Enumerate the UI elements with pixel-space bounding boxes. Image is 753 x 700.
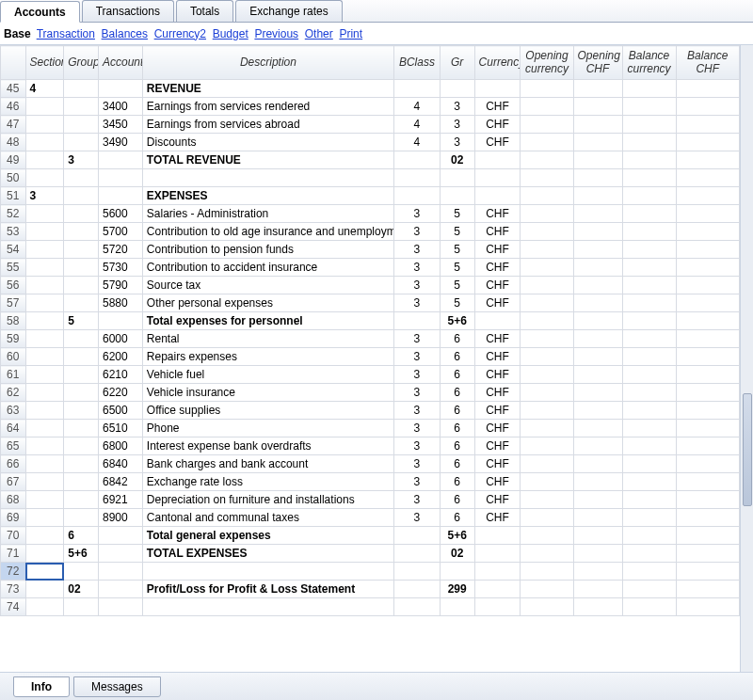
cell-opchf[interactable] (573, 509, 622, 527)
table-row[interactable]: 513EXPENSES (1, 187, 740, 205)
cell-opcur[interactable] (521, 563, 573, 581)
cell-section[interactable] (25, 598, 64, 616)
table-row[interactable]: 473450Earnings from services abroad43CHF (1, 116, 740, 134)
cell-curr[interactable]: CHF (474, 223, 521, 241)
cell-opcur[interactable] (521, 384, 573, 402)
cell-section[interactable] (25, 294, 64, 312)
cell-account[interactable] (98, 598, 142, 616)
cell-curr[interactable]: CHF (474, 241, 521, 259)
cell-group[interactable] (64, 294, 99, 312)
cell-bclass[interactable]: 3 (393, 366, 440, 384)
cell-balcur[interactable] (622, 330, 676, 348)
cell-bclass[interactable] (393, 80, 440, 98)
cell-gr[interactable]: 5 (440, 294, 474, 312)
table-row[interactable]: 454REVENUE (1, 80, 740, 98)
cell-bclass[interactable]: 3 (393, 259, 440, 277)
cell-bclass[interactable] (393, 581, 440, 598)
row-number[interactable]: 53 (1, 223, 26, 241)
cell-balchf[interactable] (676, 205, 739, 223)
cell-opcur[interactable] (521, 455, 573, 473)
cell-gr[interactable]: 5 (440, 241, 474, 259)
cell-opchf[interactable] (573, 438, 622, 455)
cell-section[interactable] (25, 330, 64, 348)
row-number[interactable]: 73 (1, 581, 26, 598)
cell-bclass[interactable] (393, 545, 440, 563)
cell-section[interactable] (25, 527, 64, 545)
row-number[interactable]: 64 (1, 420, 26, 438)
cell-section[interactable] (25, 312, 64, 330)
cell-balchf[interactable] (676, 473, 739, 491)
cell-gr[interactable]: 6 (440, 420, 474, 438)
cell-group[interactable] (64, 241, 99, 259)
link-budget[interactable]: Budget (213, 27, 248, 40)
cell-group[interactable] (64, 348, 99, 366)
cell-curr[interactable] (474, 563, 521, 581)
cell-account[interactable] (98, 545, 142, 563)
cell-group[interactable]: 3 (64, 151, 99, 169)
cell-desc[interactable]: Contribution to old age insurance and un… (142, 223, 393, 241)
cell-balchf[interactable] (676, 98, 739, 116)
cell-account[interactable] (98, 151, 142, 169)
table-row[interactable]: 74 (1, 598, 740, 616)
row-number[interactable]: 51 (1, 187, 26, 205)
cell-opcur[interactable] (521, 473, 573, 491)
cell-opcur[interactable] (521, 491, 573, 509)
cell-balcur[interactable] (622, 151, 676, 169)
row-number[interactable]: 57 (1, 294, 26, 312)
cell-desc[interactable]: REVENUE (142, 80, 393, 98)
cell-bclass[interactable] (393, 169, 440, 187)
cell-curr[interactable]: CHF (474, 205, 521, 223)
cell-section[interactable] (25, 491, 64, 509)
cell-balcur[interactable] (622, 80, 676, 98)
cell-group[interactable] (64, 509, 99, 527)
row-number[interactable]: 62 (1, 384, 26, 402)
cell-bclass[interactable]: 3 (393, 205, 440, 223)
col-header-balance-currency[interactable]: Balance currency (622, 46, 676, 80)
cell-opchf[interactable] (573, 581, 622, 598)
col-header-gr[interactable]: Gr (440, 46, 474, 80)
cell-balcur[interactable] (622, 455, 676, 473)
cell-curr[interactable]: CHF (474, 330, 521, 348)
cell-section[interactable] (25, 509, 64, 527)
row-number[interactable]: 47 (1, 116, 26, 134)
cell-bclass[interactable]: 3 (393, 348, 440, 366)
table-row[interactable]: 493TOTAL REVENUE02 (1, 151, 740, 169)
cell-curr[interactable]: CHF (474, 134, 521, 151)
row-number[interactable]: 72 (1, 563, 26, 581)
cell-desc[interactable]: Other personal expenses (142, 294, 393, 312)
row-number[interactable]: 45 (1, 80, 26, 98)
cell-account[interactable]: 3450 (98, 116, 142, 134)
table-row[interactable]: 656800Interest expense bank overdrafts36… (1, 438, 740, 455)
cell-section[interactable]: 3 (25, 187, 64, 205)
cell-curr[interactable]: CHF (474, 402, 521, 420)
table-row[interactable]: 7302Profit/Loss for Profit & Loss Statem… (1, 581, 740, 598)
cell-group[interactable] (64, 80, 99, 98)
cell-opchf[interactable] (573, 205, 622, 223)
cell-group[interactable] (64, 563, 99, 581)
table-row[interactable]: 535700Contribution to old age insurance … (1, 223, 740, 241)
cell-account[interactable]: 6210 (98, 366, 142, 384)
cell-gr[interactable]: 6 (440, 384, 474, 402)
cell-opchf[interactable] (573, 169, 622, 187)
cell-opcur[interactable] (521, 545, 573, 563)
cell-balcur[interactable] (622, 581, 676, 598)
cell-opchf[interactable] (573, 420, 622, 438)
row-number[interactable]: 71 (1, 545, 26, 563)
cell-group[interactable] (64, 116, 99, 134)
cell-gr[interactable]: 6 (440, 509, 474, 527)
cell-bclass[interactable]: 3 (393, 330, 440, 348)
cell-section[interactable] (25, 438, 64, 455)
cell-gr[interactable]: 5 (440, 259, 474, 277)
cell-bclass[interactable]: 3 (393, 294, 440, 312)
cell-account[interactable]: 5720 (98, 241, 142, 259)
cell-balcur[interactable] (622, 420, 676, 438)
cell-bclass[interactable]: 4 (393, 116, 440, 134)
cell-desc[interactable]: Depreciation on furniture and installati… (142, 491, 393, 509)
cell-group[interactable] (64, 384, 99, 402)
table-row[interactable]: 706Total general expenses5+6 (1, 527, 740, 545)
cell-opcur[interactable] (521, 581, 573, 598)
cell-gr[interactable]: 3 (440, 98, 474, 116)
cell-gr[interactable] (440, 80, 474, 98)
cell-bclass[interactable]: 3 (393, 420, 440, 438)
cell-gr[interactable]: 5+6 (440, 527, 474, 545)
